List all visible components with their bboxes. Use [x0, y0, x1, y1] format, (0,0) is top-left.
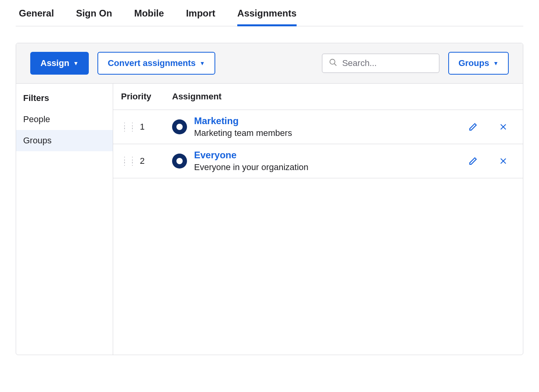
caret-down-icon: ▼ — [493, 60, 499, 66]
search-icon — [329, 58, 337, 68]
tab-mobile[interactable]: Mobile — [134, 5, 164, 26]
remove-button[interactable] — [499, 157, 507, 165]
tab-general[interactable]: General — [19, 5, 54, 26]
table-row: ⋮⋮⋮⋮ 1 Marketing Marketing team members — [113, 110, 523, 144]
assignments-table: Priority Assignment ⋮⋮⋮⋮ 1 Marketing Mar… — [113, 84, 523, 355]
group-icon — [172, 154, 187, 169]
filter-groups[interactable]: Groups — [16, 130, 113, 151]
assignment-desc: Everyone in your organization — [194, 162, 308, 172]
tab-sign-on[interactable]: Sign On — [76, 5, 112, 26]
edit-button[interactable] — [469, 123, 477, 131]
tab-assignments[interactable]: Assignments — [237, 5, 297, 26]
filters-sidebar: Filters People Groups — [16, 84, 113, 355]
convert-assignments-button[interactable]: Convert assignments ▼ — [97, 52, 215, 75]
groups-label: Groups — [458, 58, 489, 68]
drag-handle-icon[interactable]: ⋮⋮⋮⋮ — [121, 124, 137, 130]
search-input-wrap[interactable] — [322, 53, 440, 73]
convert-label: Convert assignments — [108, 58, 196, 68]
tab-import[interactable]: Import — [186, 5, 215, 26]
assignment-name-link[interactable]: Everyone — [194, 150, 308, 161]
assignment-name-link[interactable]: Marketing — [194, 115, 292, 126]
column-priority: Priority — [121, 92, 172, 102]
column-assignment: Assignment — [172, 92, 222, 102]
remove-button[interactable] — [499, 123, 507, 131]
toolbar: Assign ▼ Convert assignments ▼ Groups ▼ — [16, 43, 523, 84]
filters-title: Filters — [16, 91, 113, 109]
caret-down-icon: ▼ — [200, 60, 205, 66]
assign-button[interactable]: Assign ▼ — [30, 52, 89, 75]
group-icon — [172, 119, 187, 134]
assign-label: Assign — [40, 58, 69, 68]
drag-handle-icon[interactable]: ⋮⋮⋮⋮ — [121, 158, 137, 164]
tabs: General Sign On Mobile Import Assignment… — [16, 0, 523, 26]
caret-down-icon: ▼ — [73, 60, 79, 66]
groups-filter-button[interactable]: Groups ▼ — [448, 52, 509, 75]
edit-button[interactable] — [469, 157, 477, 165]
svg-line-1 — [334, 64, 337, 66]
search-input[interactable] — [342, 58, 433, 68]
assignment-desc: Marketing team members — [194, 128, 292, 138]
assignments-panel: Assign ▼ Convert assignments ▼ Groups ▼ — [16, 43, 523, 355]
svg-point-0 — [330, 59, 335, 64]
priority-value: 1 — [140, 122, 172, 132]
priority-value: 2 — [140, 156, 172, 166]
filter-people[interactable]: People — [16, 109, 113, 130]
table-header: Priority Assignment — [113, 84, 523, 110]
table-row: ⋮⋮⋮⋮ 2 Everyone Everyone in your organiz… — [113, 144, 523, 178]
